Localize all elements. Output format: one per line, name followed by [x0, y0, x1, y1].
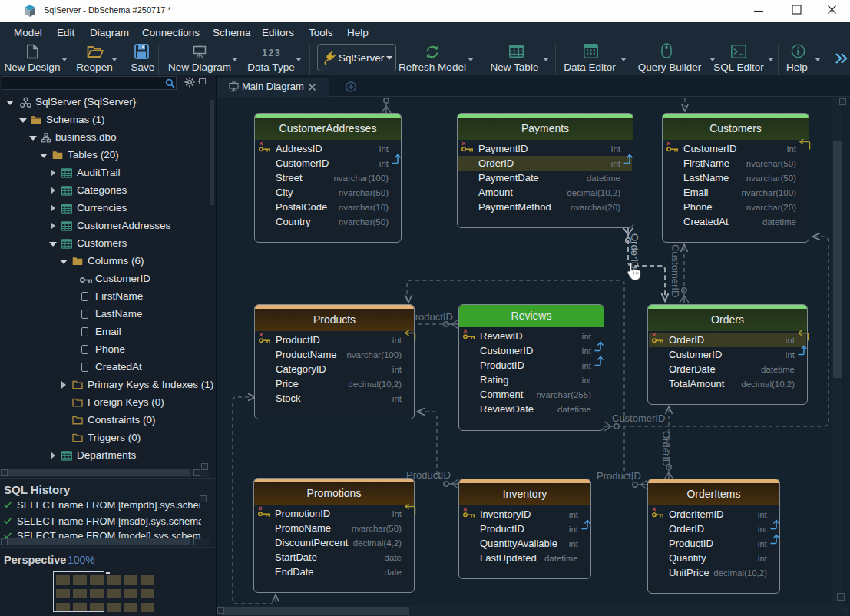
- svg-text:CustomerID: CustomerID: [670, 244, 681, 297]
- svg-text:ProductID: ProductID: [597, 470, 641, 482]
- svg-text:CustomerID: CustomerID: [612, 412, 665, 424]
- svg-text:OrderID: OrderID: [660, 431, 672, 466]
- svg-text:ProductID: ProductID: [408, 311, 453, 323]
